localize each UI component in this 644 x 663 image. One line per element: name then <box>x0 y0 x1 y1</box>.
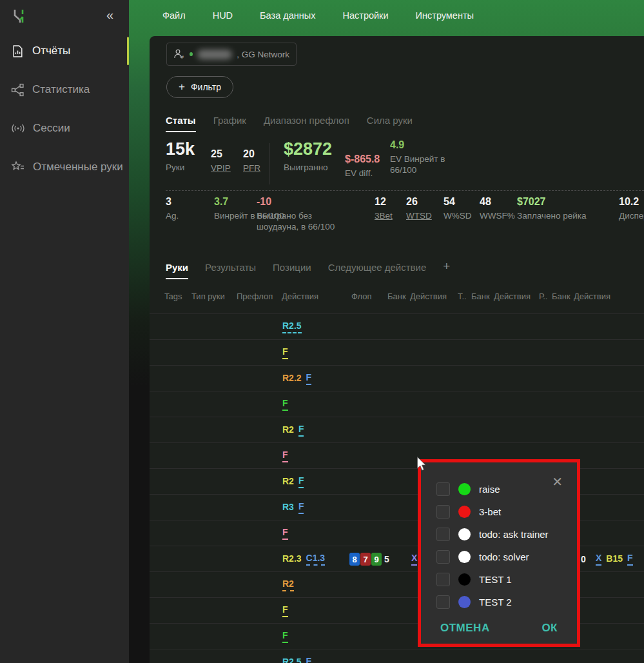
player-selector[interactable]: # , GG Network <box>166 43 297 66</box>
stat-ev-винрейт-в-66-100: 4.9EV Винрейт в 66/100 <box>390 139 466 175</box>
tag-checkbox[interactable] <box>436 595 450 609</box>
sidebar-item-marked-hands[interactable]: Отмеченные руки <box>0 152 129 183</box>
tab-2[interactable]: Диапазон префлоп <box>264 115 349 132</box>
action-link[interactable]: R2 <box>282 476 294 488</box>
stat-label: Заплачено рейка <box>517 210 587 221</box>
report-icon <box>11 45 24 58</box>
menubar: ФайлHUDБаза данныхНастройкиИнструменты <box>129 0 644 30</box>
tag-checkbox[interactable] <box>436 550 450 564</box>
tab-0[interactable]: Статы <box>166 115 196 132</box>
action-link[interactable]: R2.3 <box>282 553 302 565</box>
column-header[interactable]: Tags <box>164 292 182 301</box>
action-link[interactable]: F <box>282 630 288 643</box>
stat-label[interactable]: 3Bet <box>375 210 393 221</box>
tab-3[interactable]: Следующее действие <box>328 262 427 279</box>
stat-label[interactable]: PFR <box>243 163 260 173</box>
table-row[interactable]: F <box>150 340 644 366</box>
tag-color-dot <box>458 528 471 540</box>
action-link[interactable]: F <box>298 501 304 514</box>
stat-label: W%SD <box>444 210 472 221</box>
action-link[interactable]: F <box>282 450 288 462</box>
sidebar-item-reports[interactable]: Отчёты <box>0 35 129 66</box>
column-header[interactable]: Действия <box>494 292 531 301</box>
action-link[interactable]: F <box>282 527 288 540</box>
table-header-row: TagsТип рукиПрефлопДействияФлопБанкДейст… <box>150 292 644 304</box>
tag-checkbox[interactable] <box>436 482 450 496</box>
action-link[interactable]: F <box>282 604 288 617</box>
tag-checkbox[interactable] <box>436 573 450 586</box>
column-header[interactable]: Префлоп <box>237 292 273 301</box>
menubar-item[interactable]: Инструменты <box>416 10 474 21</box>
table-row[interactable]: F <box>150 391 644 417</box>
action-link[interactable]: R2.5 <box>282 321 302 333</box>
column-header[interactable]: Действия <box>282 292 318 301</box>
preflop-actions-cell: R3F <box>282 495 304 520</box>
action-link[interactable]: F <box>306 372 312 385</box>
tag-label: TEST 1 <box>479 574 512 585</box>
action-link[interactable]: X <box>596 553 601 566</box>
tag-item[interactable]: todo: solver <box>436 546 568 568</box>
table-row[interactable]: R2.5F <box>150 649 644 663</box>
sidebar-item-sessions[interactable]: Сессии <box>0 113 129 144</box>
column-header[interactable]: Т.. <box>458 292 467 301</box>
online-status-dot <box>190 52 193 56</box>
preflop-actions-cell: R2F <box>282 417 304 443</box>
column-header[interactable]: Банк <box>552 292 571 301</box>
action-link[interactable]: R3 <box>282 502 294 513</box>
action-link[interactable]: F <box>627 553 633 566</box>
preflop-actions-cell: R2F <box>282 469 304 495</box>
tag-item[interactable]: 3-bet <box>436 500 568 523</box>
column-header[interactable]: Действия <box>410 292 447 301</box>
column-header[interactable]: Флоп <box>351 292 371 301</box>
stat-label[interactable]: WTSD <box>406 210 432 221</box>
tag-checkbox[interactable] <box>436 528 450 541</box>
column-header[interactable]: Действия <box>574 292 610 301</box>
stat-заплачено-рейка: $7027Заплачено рейка <box>517 196 587 221</box>
cancel-button[interactable]: ОТМЕНА <box>440 622 490 635</box>
action-link[interactable]: F <box>282 346 288 359</box>
column-header[interactable]: Р.. <box>539 292 547 301</box>
stat-label: Выигранно <box>284 162 332 173</box>
tab-0[interactable]: Руки <box>166 262 188 279</box>
table-row[interactable]: R2.2F <box>150 366 644 391</box>
action-link[interactable]: F <box>306 656 312 663</box>
action-link[interactable]: F <box>298 475 304 488</box>
action-link[interactable]: R2.5 <box>282 657 302 663</box>
tag-checkbox[interactable] <box>436 505 450 519</box>
add-filter-button[interactable]: + Фильтр <box>166 76 233 98</box>
table-row[interactable]: R2F <box>150 417 644 443</box>
tab-add[interactable]: + <box>443 262 450 279</box>
tag-color-dot <box>458 506 471 518</box>
action-link[interactable]: F <box>282 398 288 411</box>
table-row[interactable]: R2.5 <box>150 314 644 340</box>
tab-2[interactable]: Позиции <box>273 262 311 279</box>
stat-value: 10.2 <box>619 196 644 208</box>
tag-color-dot <box>458 596 471 608</box>
action-link[interactable]: R2 <box>282 579 294 591</box>
column-header[interactable]: Тип руки <box>191 292 225 301</box>
menubar-item[interactable]: Настройки <box>342 10 388 21</box>
sidebar-collapse-button[interactable]: « <box>106 8 113 23</box>
tab-1[interactable]: Результаты <box>205 262 256 279</box>
sidebar-item-statistics[interactable]: Статистика <box>0 74 129 105</box>
column-header[interactable]: Банк <box>471 292 490 301</box>
tag-item[interactable]: TEST 1 <box>436 568 568 591</box>
action-link[interactable]: R2.2 <box>282 373 302 384</box>
menubar-item[interactable]: База данных <box>260 10 315 21</box>
action-link[interactable]: C1.3 <box>306 553 326 566</box>
tag-item[interactable]: raise <box>436 478 568 500</box>
stat-label[interactable]: VPIP <box>211 163 231 173</box>
tab-1[interactable]: График <box>213 115 246 132</box>
svg-text:#: # <box>181 54 184 60</box>
column-header[interactable]: Банк <box>387 292 406 301</box>
tag-item[interactable]: TEST 2 <box>436 591 568 613</box>
action-link[interactable]: F <box>298 424 304 437</box>
action-link[interactable]: X <box>411 553 417 566</box>
ok-button[interactable]: ОК <box>542 622 558 635</box>
menubar-item[interactable]: Файл <box>162 10 186 21</box>
tag-item[interactable]: todo: ask trainer <box>436 523 568 546</box>
action-link[interactable]: B15 <box>606 553 623 565</box>
menubar-item[interactable]: HUD <box>213 10 233 21</box>
action-link[interactable]: R2 <box>282 424 294 436</box>
tab-3[interactable]: Сила руки <box>367 115 413 132</box>
